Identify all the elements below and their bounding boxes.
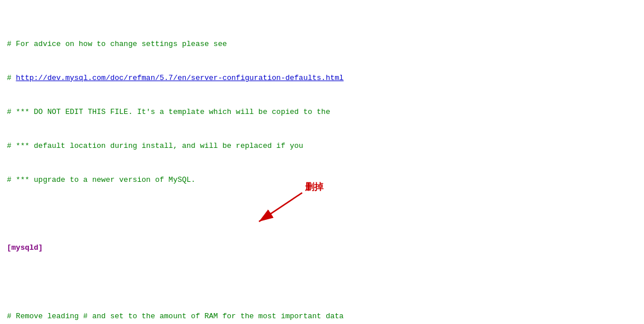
line-3: # *** DO NOT EDIT THIS FILE. It's a temp… <box>7 106 637 118</box>
blank-1 <box>7 208 637 220</box>
section-header: [mysqld] <box>7 243 43 252</box>
code-editor: # For advice on how to change settings p… <box>0 0 644 324</box>
line-1: # For advice on how to change settings p… <box>7 39 637 50</box>
line-2: # http://dev.mysql.com/doc/refman/5.7/en… <box>7 73 637 84</box>
main-container: # For advice on how to change settings p… <box>0 0 644 324</box>
line-9: # Remove leading # and set to the amount… <box>7 311 637 322</box>
section-header-line: [mysqld] <box>7 242 637 254</box>
line-4: # *** default location during install, a… <box>7 140 637 152</box>
blank-2 <box>7 276 637 288</box>
mysql-docs-link[interactable]: http://dev.mysql.com/doc/refman/5.7/en/s… <box>16 74 344 82</box>
line-5: # *** upgrade to a newer version of MySQ… <box>7 174 637 186</box>
